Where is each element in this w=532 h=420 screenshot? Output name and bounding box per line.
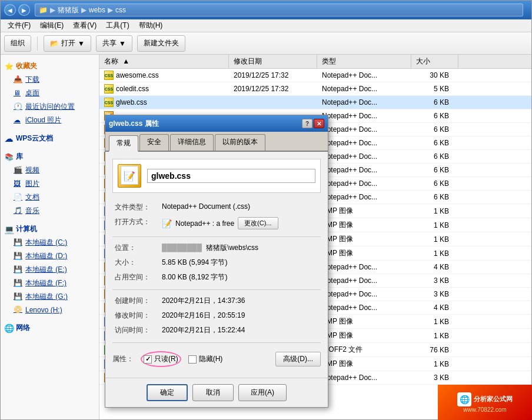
created-label: 创建时间： xyxy=(112,294,159,308)
location-label: 位置： xyxy=(112,241,159,255)
attrs-label: 属性： xyxy=(112,354,134,364)
watermark-logo: 🌐 分析家公式网 xyxy=(457,392,513,406)
properties-dialog: glweb.css 属性 ? ✕ 常规 安全 详细信息 以前的版本 📝 xyxy=(105,115,328,408)
advanced-button[interactable]: 高级(D)... xyxy=(275,352,321,366)
disk-size-label: 占用空间： xyxy=(112,270,159,285)
dialog-overlay: glweb.css 属性 ? ✕ 常规 安全 详细信息 以前的版本 📝 xyxy=(0,0,532,420)
filename-input[interactable] xyxy=(147,169,315,183)
dialog-buttons: 确定 取消 应用(A) xyxy=(105,378,328,407)
readonly-label: 只读(R) xyxy=(154,354,178,364)
file-header-section: 📝 xyxy=(112,159,321,193)
file-type-label: 文件类型： xyxy=(112,200,159,215)
attrs-row: 属性： 只读(R) 隐藏(H) 高级(D)... xyxy=(112,351,321,367)
open-with-text: Notepad++ : a free xyxy=(175,219,234,228)
location-value: ████████ 猪猪版\webs\css xyxy=(159,241,321,255)
size-label: 大小： xyxy=(112,255,159,270)
readonly-checkbox[interactable] xyxy=(144,355,152,364)
dialog-content: 📝 文件类型： Notepad++ Document (.css) 打开方式： … xyxy=(105,152,328,378)
location-redacted: ████████ xyxy=(162,244,202,252)
size-value: 5.85 KB (5,994 字节) xyxy=(159,255,321,270)
dialog-title-bar: glweb.css 属性 ? ✕ xyxy=(105,115,328,132)
hidden-checkbox[interactable] xyxy=(188,355,197,364)
dialog-title: glweb.css 属性 xyxy=(109,119,159,129)
open-with-label: 打开方式： xyxy=(112,215,159,232)
location-row: 位置： ████████ 猪猪版\webs\css xyxy=(112,241,321,255)
tab-general[interactable]: 常规 xyxy=(109,135,138,152)
dialog-tabs: 常规 安全 详细信息 以前的版本 xyxy=(105,132,328,152)
cancel-button[interactable]: 取消 xyxy=(192,384,234,401)
accessed-row: 访问时间： 2020年2月21日，15:22:44 xyxy=(112,323,321,338)
disk-size-value: 8.00 KB (8,192 字节) xyxy=(159,270,321,285)
accessed-label: 访问时间： xyxy=(112,323,159,338)
watermark-text: 分析家公式网 xyxy=(474,395,513,404)
watermark-icon: 🌐 xyxy=(457,392,471,406)
props-table: 文件类型： Notepad++ Document (.css) 打开方式： 📝 … xyxy=(112,200,321,232)
props-table-2: 位置： ████████ 猪猪版\webs\css 大小： 5.85 KB (5… xyxy=(112,241,321,285)
open-with-row: 打开方式： 📝 Notepad++ : a free 更改(C)... xyxy=(112,215,321,232)
tab-previous-versions[interactable]: 以前的版本 xyxy=(215,134,265,151)
dialog-help-button[interactable]: ? xyxy=(302,119,312,128)
attrs-section: 属性： 只读(R) 隐藏(H) 高级(D)... xyxy=(112,348,321,371)
apply-button[interactable]: 应用(A) xyxy=(238,384,287,401)
props-separator-1 xyxy=(112,236,321,237)
hidden-label: 隐藏(H) xyxy=(199,354,223,364)
tab-security[interactable]: 安全 xyxy=(139,134,169,151)
tab-details[interactable]: 详细信息 xyxy=(170,134,214,151)
ok-button[interactable]: 确定 xyxy=(147,384,188,401)
modified-label: 修改时间： xyxy=(112,308,159,323)
size-row: 大小： 5.85 KB (5,994 字节) xyxy=(112,255,321,270)
modified-value: 2020年2月16日，20:55:19 xyxy=(159,308,321,323)
open-with-value-group: 📝 Notepad++ : a free 更改(C)... xyxy=(162,217,318,229)
watermark: 🌐 分析家公式网 www.70822.com xyxy=(438,385,532,420)
readonly-checkbox-highlight: 只读(R) xyxy=(141,351,181,367)
file-type-row: 文件类型： Notepad++ Document (.css) xyxy=(112,200,321,215)
notepad-icon-glyph: 📝 xyxy=(124,171,135,182)
props-separator-3 xyxy=(112,342,321,343)
file-large-icon: 📝 xyxy=(118,164,141,188)
dialog-close-button[interactable]: ✕ xyxy=(314,119,324,128)
dialog-title-controls: ? ✕ xyxy=(302,119,324,128)
file-type-value: Notepad++ Document (.css) xyxy=(159,200,321,215)
created-value: 2020年2月21日，14:37:36 xyxy=(159,294,321,308)
modified-row: 修改时间： 2020年2月16日，20:55:19 xyxy=(112,308,321,323)
hidden-checkbox-item[interactable]: 隐藏(H) xyxy=(188,354,223,364)
accessed-value: 2020年2月21日，15:22:44 xyxy=(159,323,321,338)
notepad-open-icon: 📝 xyxy=(162,219,172,228)
props-table-3: 创建时间： 2020年2月21日，14:37:36 修改时间： 2020年2月1… xyxy=(112,294,321,338)
open-with-cell: 📝 Notepad++ : a free 更改(C)... xyxy=(159,215,321,232)
props-separator-2 xyxy=(112,289,321,290)
disk-size-row: 占用空间： 8.00 KB (8,192 字节) xyxy=(112,270,321,285)
created-row: 创建时间： 2020年2月21日，14:37:36 xyxy=(112,294,321,308)
watermark-url: www.70822.com xyxy=(463,406,506,413)
change-open-with-button[interactable]: 更改(C)... xyxy=(238,217,278,229)
